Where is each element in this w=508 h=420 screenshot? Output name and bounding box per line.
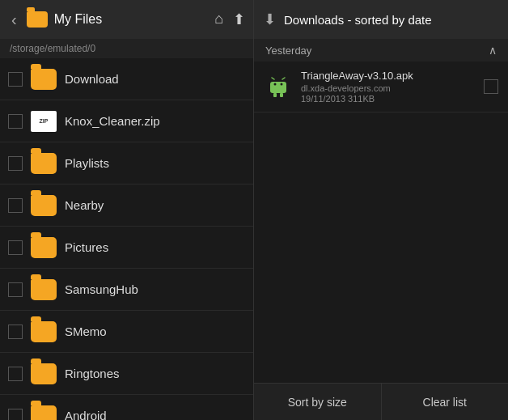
file-checkbox[interactable] (8, 409, 23, 421)
file-name: SMemo (65, 325, 245, 338)
file-name: Android (65, 409, 245, 420)
svg-rect-8 (280, 93, 283, 97)
right-header-title: Downloads - sorted by date (284, 13, 432, 27)
list-item[interactable]: ZIPKnox_Cleaner.zip (0, 100, 253, 142)
file-name: Ringtones (65, 367, 245, 380)
file-checkbox[interactable] (8, 282, 23, 297)
upload-icon[interactable]: ⬆ (233, 11, 245, 28)
left-panel: ‹ My Files ⌂ ⬆ /storage/emulated/0 Downl… (0, 0, 254, 420)
clear-list-button[interactable]: Clear list (382, 384, 509, 420)
folder-icon (31, 195, 57, 216)
folder-icon (31, 153, 57, 174)
back-button[interactable]: ‹ (8, 7, 20, 32)
right-content-area (254, 112, 508, 383)
download-item[interactable]: TriangleAway-v3.10.apk dl.xda-developers… (254, 62, 508, 112)
zip-icon: ZIP (31, 111, 57, 132)
path-bar: /storage/emulated/0 (0, 39, 253, 58)
folder-icon (31, 405, 57, 421)
file-list: DownloadZIPKnox_Cleaner.zipPlaylistsNear… (0, 58, 253, 420)
file-checkbox[interactable] (8, 367, 23, 381)
apk-android-icon (264, 72, 293, 101)
folder-icon (31, 321, 57, 342)
list-item[interactable]: Download (0, 58, 253, 100)
svg-line-6 (282, 78, 285, 79)
list-item[interactable]: SMemo (0, 311, 253, 353)
file-checkbox[interactable] (8, 156, 23, 171)
list-item[interactable]: Nearby (0, 185, 253, 227)
file-name: SamsungHub (65, 282, 245, 296)
list-item[interactable]: Playlists (0, 142, 253, 185)
download-filename: TriangleAway-v3.10.apk (301, 70, 476, 82)
file-name: Playlists (65, 156, 245, 170)
file-name: Pictures (65, 240, 245, 254)
download-info: TriangleAway-v3.10.apk dl.xda-developers… (301, 70, 476, 104)
folder-icon (31, 237, 57, 258)
section-header: Yesterday ∧ (254, 39, 508, 62)
svg-rect-2 (270, 82, 286, 93)
right-header: ⬇ Downloads - sorted by date (254, 0, 508, 39)
section-label: Yesterday (265, 45, 311, 57)
sort-by-size-button[interactable]: Sort by size (254, 384, 382, 420)
list-item[interactable]: Android (0, 395, 253, 420)
file-checkbox[interactable] (8, 198, 23, 213)
svg-rect-7 (273, 93, 277, 97)
folder-icon (31, 279, 57, 300)
file-checkbox[interactable] (8, 72, 23, 87)
file-name: Nearby (65, 198, 245, 212)
folder-icon (31, 69, 57, 90)
list-item[interactable]: Pictures (0, 227, 253, 269)
file-name: Download (65, 72, 245, 86)
file-checkbox[interactable] (8, 114, 23, 129)
folder-icon (31, 363, 57, 384)
list-item[interactable]: Ringtones (0, 353, 253, 395)
header-folder-icon (27, 11, 48, 28)
svg-point-3 (274, 83, 277, 86)
right-panel: ⬇ Downloads - sorted by date Yesterday ∧… (254, 0, 508, 420)
left-header-title: My Files (54, 12, 208, 27)
file-checkbox[interactable] (8, 240, 23, 255)
download-item-checkbox[interactable] (484, 79, 498, 94)
download-meta: 19/11/2013 311KB (301, 94, 476, 104)
svg-line-5 (272, 78, 274, 79)
home-icon[interactable]: ⌂ (214, 11, 223, 28)
svg-point-4 (281, 83, 283, 86)
left-header: ‹ My Files ⌂ ⬆ (0, 0, 253, 39)
section-chevron-icon[interactable]: ∧ (489, 44, 497, 57)
file-checkbox[interactable] (8, 325, 23, 339)
download-source: dl.xda-developers.com (301, 83, 476, 93)
download-header-icon: ⬇ (264, 11, 276, 28)
bottom-bar: Sort by size Clear list (254, 383, 508, 420)
list-item[interactable]: SamsungHub (0, 269, 253, 311)
header-actions: ⌂ ⬆ (214, 11, 245, 28)
file-name: Knox_Cleaner.zip (65, 114, 245, 128)
